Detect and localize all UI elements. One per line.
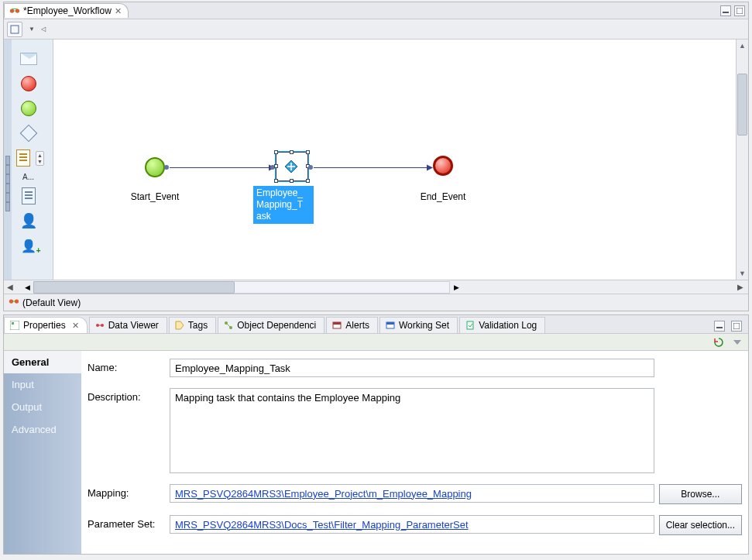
refresh-icon[interactable]: [713, 336, 725, 349]
sequence-flow-2[interactable]: [314, 167, 427, 168]
horizontal-scroll-row: ◀ ◀ ▶ ▶: [4, 280, 748, 294]
tab-data-viewer[interactable]: Data Viewer: [89, 317, 167, 333]
palette-group-label: A...: [5, 173, 52, 181]
mapping-field[interactable]: MRS_PSVQ2864MRS3\Employee_Project\m_Empl…: [170, 484, 654, 503]
view-menu-icon[interactable]: [731, 336, 743, 349]
scroll-right-icon[interactable]: ▶: [450, 281, 462, 294]
scroll-left-icon[interactable]: ◀: [21, 281, 33, 294]
svg-rect-6: [11, 26, 19, 33]
scroll-thumb[interactable]: [33, 281, 235, 294]
scroll-up-icon[interactable]: ▲: [737, 40, 748, 52]
palette-envelope-icon[interactable]: [18, 49, 39, 69]
parameter-set-field[interactable]: MRS_PSVQ2864MRS3\Docs_Test\Filter_Mappin…: [170, 515, 654, 534]
tags-icon: [174, 320, 185, 331]
palette-subprocess-icon[interactable]: [18, 186, 39, 206]
svg-rect-4: [723, 12, 729, 13]
svg-line-17: [227, 324, 230, 327]
scroll-left-icon[interactable]: ◀: [7, 283, 13, 291]
close-tab-icon[interactable]: ✕: [72, 321, 79, 331]
editor-tab-workflow[interactable]: *Employee_Workflow ✕: [4, 3, 129, 18]
chevron-left-icon[interactable]: ◁: [41, 26, 46, 33]
scroll-thumb[interactable]: [737, 74, 747, 136]
node-mapping-task[interactable]: [276, 152, 308, 181]
tab-label: Properties: [23, 320, 66, 331]
connector-dot[interactable]: [308, 165, 313, 170]
workflow-icon: [9, 5, 20, 16]
workflow-editor-panel: *Employee_Workflow ✕ ▼ ◁ ▲▼ A...: [3, 2, 749, 311]
view-mode-button[interactable]: [7, 22, 22, 37]
palette-task-icon[interactable]: [12, 148, 34, 168]
tab-label: Tags: [188, 320, 208, 331]
tab-label: Working Set: [399, 320, 449, 331]
node-start-event-label: Start_Event: [131, 191, 180, 202]
tab-label: Alerts: [345, 320, 369, 331]
side-tab-input[interactable]: Input: [4, 373, 81, 396]
status-view-label[interactable]: (Default View): [22, 297, 81, 308]
minimize-editor-icon[interactable]: [720, 5, 731, 16]
side-tab-advanced[interactable]: Advanced: [4, 418, 81, 441]
tab-tags[interactable]: Tags: [169, 317, 216, 333]
tab-label: Object Dependenci: [237, 320, 316, 331]
description-field[interactable]: [170, 388, 654, 473]
tab-properties[interactable]: Properties ✕: [4, 317, 88, 333]
palette-user-task-icon[interactable]: 👤: [18, 211, 39, 231]
arrow-head-icon: [427, 165, 433, 171]
mapping-link[interactable]: MRS_PSVQ2864MRS3\Employee_Project\m_Empl…: [175, 488, 472, 500]
name-field[interactable]: [170, 359, 654, 377]
palette-gateway-icon[interactable]: [18, 123, 39, 143]
node-start-event[interactable]: [145, 157, 165, 177]
properties-body: General Input Output Advanced Name: . De…: [4, 351, 748, 554]
parameter-set-link[interactable]: MRS_PSVQ2864MRS3\Docs_Test\Filter_Mappin…: [175, 519, 469, 531]
node-mapping-task-label: Employee_ Mapping_T ask: [253, 186, 314, 224]
general-form: Name: . Description: . Mapping: MRS_PSVQ…: [81, 351, 748, 554]
svg-rect-10: [10, 321, 19, 330]
horizontal-scrollbar[interactable]: ◀ ▶: [21, 281, 462, 294]
workflow-canvas[interactable]: Start_Event Employee_ Mapping_T ask: [53, 40, 736, 280]
editor-status-bar: (Default View): [4, 294, 748, 311]
palette-start-event-icon[interactable]: [18, 98, 39, 119]
editor-toolbar: ▼ ◁: [4, 19, 748, 40]
vertical-scrollbar[interactable]: ▲ ▼: [736, 40, 748, 280]
data-viewer-icon: [94, 320, 105, 331]
palette-assign-user-icon[interactable]: 👤: [18, 235, 39, 256]
palette: ▲▼ A... 👤 👤: [4, 40, 53, 280]
chevron-down-icon[interactable]: ▼: [29, 26, 35, 33]
editor-tab-bar: *Employee_Workflow ✕: [4, 2, 748, 19]
name-label: Name:: [88, 359, 165, 373]
node-end-event-label: End_Event: [421, 191, 466, 202]
close-tab-icon[interactable]: ✕: [115, 6, 122, 16]
tab-validation-log[interactable]: Validation Log: [459, 317, 545, 333]
side-tab-output[interactable]: Output: [4, 396, 81, 418]
tab-alerts[interactable]: Alerts: [326, 317, 378, 333]
alerts-icon: [331, 320, 342, 331]
mapping-task-icon: [283, 158, 301, 175]
node-end-event[interactable]: [433, 156, 453, 176]
editor-body: ▲▼ A... 👤 👤 Start_Event: [4, 40, 748, 280]
svg-rect-21: [386, 322, 394, 325]
browse-button[interactable]: Browse...: [659, 484, 742, 504]
mapping-label: Mapping:: [88, 484, 165, 499]
minimize-view-icon[interactable]: [714, 321, 725, 332]
description-label: Description:: [88, 388, 165, 403]
connector-dot[interactable]: [164, 165, 169, 170]
svg-rect-23: [716, 327, 723, 328]
maximize-view-icon[interactable]: [731, 321, 742, 332]
palette-scroll-arrows[interactable]: ▲▼: [36, 151, 44, 166]
palette-end-event-icon[interactable]: [18, 74, 39, 94]
properties-toolstrip: [4, 334, 748, 351]
canvas-wrap: Start_Event Employee_ Mapping_T ask: [53, 40, 748, 280]
sequence-flow-1[interactable]: [170, 167, 269, 168]
tab-working-set[interactable]: Working Set: [379, 317, 458, 333]
side-tab-general[interactable]: General: [4, 351, 81, 373]
clear-selection-button[interactable]: Clear selection...: [659, 515, 742, 535]
working-set-icon: [385, 320, 396, 331]
tab-label: Data Viewer: [108, 320, 159, 331]
maximize-editor-icon[interactable]: [734, 5, 745, 16]
scroll-right-edge-icon[interactable]: ▶: [737, 283, 743, 291]
svg-rect-24: [733, 323, 740, 329]
svg-rect-5: [737, 8, 743, 14]
scroll-down-icon[interactable]: ▼: [737, 267, 748, 280]
tab-object-dependencies[interactable]: Object Dependenci: [218, 317, 324, 333]
svg-rect-19: [333, 322, 341, 325]
properties-icon: [9, 320, 20, 331]
